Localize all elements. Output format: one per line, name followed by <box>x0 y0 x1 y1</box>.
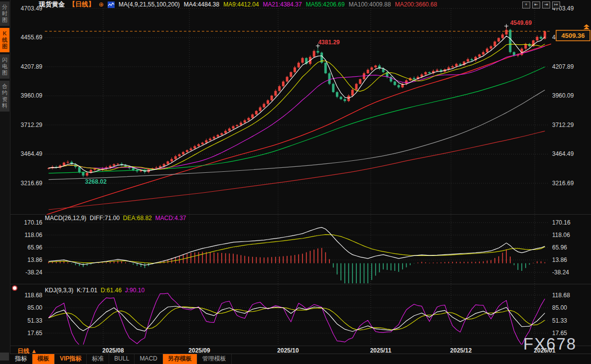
bottom-toolbar: 指标模板VIP指标标准BULLMACD另存模板管理模板 <box>10 354 591 364</box>
axis-label: 51.33 <box>27 317 42 324</box>
dock-right-icon[interactable]: ⇥ <box>542 1 550 8</box>
macd-diff-value: DIFF:71.00 <box>90 215 120 222</box>
kdj-d-value: D:61.46 <box>101 287 122 294</box>
axis-label: 118.06 <box>24 232 42 239</box>
move-icon[interactable]: + <box>522 1 530 8</box>
sidebar-tab-3[interactable]: 合约资料 <box>0 81 9 112</box>
exit-icon[interactable]: ↦ <box>552 1 560 8</box>
kdj-j-value: J:90.10 <box>125 287 145 294</box>
toolbar-tab-4[interactable]: BULL <box>109 354 135 364</box>
axis-label: 65.96 <box>552 244 567 251</box>
toolbar-tab-7[interactable]: 管理模板 <box>197 354 232 364</box>
sidebar-tab-1[interactable]: K线图 <box>0 28 9 52</box>
axis-label: 3960.09 <box>21 92 43 99</box>
macd-hist-value: MACD:4.37 <box>155 215 186 222</box>
toolbar-tab-1[interactable]: 模板 <box>32 354 55 364</box>
expand-circle-icon[interactable]: ⊕ <box>99 1 104 7</box>
trend-line <box>47 43 553 214</box>
ma-value-0: MA4:4484.38 <box>184 1 219 8</box>
kdj-settings-icon[interactable] <box>12 285 17 291</box>
macd-panel-title: MACD(26,12,9) DIFF:71.00 DEA:68.82 MACD:… <box>45 215 186 222</box>
month-label-3: 2025/11 <box>370 347 392 354</box>
axis-label: 3464.49 <box>21 150 43 157</box>
ma200-line <box>49 131 545 210</box>
ma-value-5: MA200:3660.68 <box>395 1 437 8</box>
month-label-4: 2025/12 <box>450 347 471 354</box>
macd-title: MACD(26,12,9) <box>45 215 86 222</box>
axis-label: 17.65 <box>27 330 42 337</box>
trading-app-window: 分时图K线图闪电图合约资料 现货黄金 【日线】 ⊕ MA(4,9,21,55,1… <box>0 0 591 364</box>
window-icon-group: +⇤⇥↦ <box>522 1 560 8</box>
toolbar-tab-3[interactable]: 标准 <box>87 354 109 364</box>
axis-label: 118.68 <box>552 292 570 299</box>
ma-settings-label: MA(4,9,21,55,100,200) <box>119 1 180 8</box>
toolbar-tab-6[interactable]: 另存模板 <box>163 354 197 364</box>
toolbar-tab-5[interactable]: MACD <box>135 354 162 364</box>
candlestick-mini-icon <box>108 1 115 8</box>
sidebar-tab-2[interactable]: 闪电图 <box>0 54 9 79</box>
instrument-name: 现货黄金 <box>39 0 65 9</box>
axis-label: 118.06 <box>552 232 570 239</box>
axis-label: 170.16 <box>552 219 571 226</box>
last-price-value: 4509.36 <box>562 32 585 39</box>
axis-label: 170.16 <box>24 219 42 226</box>
axis-label: 3216.69 <box>552 180 574 187</box>
ma-value-4: MA100:4009.88 <box>349 1 391 8</box>
macd-dea-value: DEA:68.82 <box>123 215 152 222</box>
left-sidebar: 分时图K线图闪电图合约资料 <box>0 0 10 364</box>
month-label-2: 2025/10 <box>277 347 298 354</box>
axis-label: 3464.49 <box>552 150 574 157</box>
axis-label: 3712.29 <box>552 121 574 128</box>
axis-label: 13.86 <box>27 256 42 263</box>
axis-label: 4207.89 <box>21 63 43 70</box>
axis-label: 4207.89 <box>552 63 574 70</box>
kdj-title: KDJ(9,3,3) <box>45 287 73 294</box>
ma-value-2: MA21:4384.37 <box>263 1 302 8</box>
axis-label: 3216.69 <box>21 180 43 187</box>
dock-left-icon[interactable]: ⇤ <box>532 1 540 8</box>
kdj-panel-title: KDJ(9,3,3) K:71.01 D:61.46 J:90.10 <box>45 287 145 294</box>
axis-label: 3712.29 <box>21 121 43 128</box>
ma-values-row: MA4:4484.38MA9:4412.04MA21:4384.37MA55:4… <box>184 1 437 8</box>
toolbar-tab-0[interactable]: 指标 <box>10 354 32 364</box>
ma55-line <box>49 67 545 173</box>
month-label-0: 2025/08 <box>102 347 124 354</box>
ma-value-1: MA9:4412.04 <box>223 1 259 8</box>
axis-label: 13.86 <box>552 256 567 263</box>
axis-label: 3960.09 <box>552 92 574 99</box>
candlestick-layer <box>47 26 546 177</box>
low-price-label: 3268.02 <box>85 178 107 185</box>
high-price-label: 4549.69 <box>510 19 532 26</box>
ma-value-3: MA55:4206.69 <box>306 1 345 8</box>
chart-header: 现货黄金 【日线】 ⊕ MA(4,9,21,55,100,200) MA4:44… <box>39 0 437 8</box>
axis-label: 85.00 <box>552 304 567 311</box>
axis-label: -38.24 <box>552 269 569 276</box>
period-tag: 【日线】 <box>69 0 95 9</box>
chart-canvas[interactable]: 4703.494703.494455.694455.694207.894207.… <box>0 0 591 364</box>
fx678-watermark: FX678 <box>523 335 577 354</box>
axis-label: 118.68 <box>24 292 42 299</box>
toolbar-corner-block <box>0 353 9 361</box>
axis-label: -38.24 <box>25 269 42 276</box>
month-label-1: 2025/09 <box>188 347 210 354</box>
ma100-line <box>49 90 545 180</box>
sidebar-tab-0[interactable]: 分时图 <box>0 1 9 26</box>
peak-price-label: 4381.29 <box>318 39 340 46</box>
axis-label: 4455.69 <box>21 34 43 41</box>
axis-label: 65.96 <box>27 244 42 251</box>
axis-label: 85.00 <box>27 304 42 311</box>
axis-label: 51.33 <box>552 317 567 324</box>
toolbar-tab-2[interactable]: VIP指标 <box>55 354 87 364</box>
kdj-k-value: K:71.01 <box>77 287 97 294</box>
